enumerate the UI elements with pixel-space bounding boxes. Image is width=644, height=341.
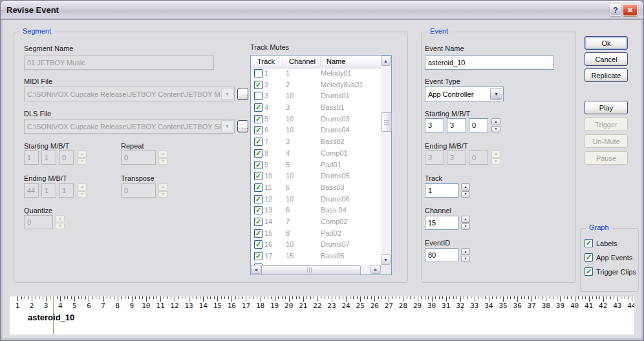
labels-checkbox[interactable]: ✓ (585, 239, 593, 247)
spin-up-icon[interactable]: ▲ (461, 216, 470, 223)
track-mutes-row[interactable]: ✓22Melody8va01 (251, 79, 381, 91)
scroll-up-button[interactable]: ▲ (381, 56, 391, 66)
spin-up-icon[interactable]: ▲ (461, 183, 470, 191)
track-mutes-row[interactable]: ✓43Bass01 (251, 102, 381, 114)
graph-app-events-option[interactable]: ✓ App Events (585, 253, 632, 262)
track-mutes-row[interactable]: ✓136Bass 04 (251, 205, 381, 216)
track-mutes-row[interactable]: ✓84Comp01 (251, 148, 381, 160)
spin-down-icon[interactable]: ▼ (461, 256, 470, 263)
spin-up-icon[interactable]: ▲ (461, 248, 470, 255)
check-icon: ✓ (255, 184, 261, 191)
track-name: Pad01 (321, 160, 341, 171)
track-mutes-row[interactable]: ✓1715Bass05 (251, 251, 381, 262)
event-name-label: Event Name (425, 45, 464, 52)
channel-number: 3 (286, 102, 290, 114)
spin-down-icon[interactable]: ▼ (461, 223, 470, 231)
track-mutes-row[interactable]: ✓158Pad02 (251, 228, 381, 240)
channel-number: 8 (286, 228, 290, 240)
track-mutes-row[interactable]: ✓116Bass03 (251, 182, 381, 194)
close-button[interactable]: ✕ (623, 4, 638, 16)
scroll-left-button[interactable]: ◄ (251, 265, 261, 274)
event-track-field[interactable] (425, 183, 458, 198)
trigger-button: Trigger (585, 118, 628, 131)
dls-browse-button[interactable]: ... (237, 120, 248, 132)
column-header-name[interactable]: Name (327, 57, 345, 65)
ok-button[interactable]: Ok (585, 36, 628, 50)
spin-up-icon[interactable]: ▲ (491, 118, 500, 125)
channel-number: 10 (286, 170, 294, 182)
track-mutes-list[interactable]: Track Channel Name ✓11Melody01✓22Melody8… (250, 55, 392, 275)
track-mutes-row[interactable]: ✓510Drums03 (251, 114, 381, 125)
track-mutes-row[interactable]: ✓610Drums04 (251, 125, 381, 136)
event-id-spinner[interactable]: ▲ ▼ (461, 248, 470, 262)
spin-up-icon: ▲ (78, 150, 87, 158)
column-header-channel[interactable]: Channel (289, 57, 316, 65)
spin-down-icon[interactable]: ▼ (491, 126, 500, 133)
timeline-event-label[interactable]: asteroid_10 (28, 313, 74, 322)
track-mutes-row[interactable]: ✓310Drums01 (251, 90, 381, 102)
track-number: 13 (264, 205, 272, 216)
graph-labels-option[interactable]: ✓ Labels (585, 239, 617, 247)
hscrollbar-thumb[interactable] (261, 265, 361, 275)
check-icon: ✓ (255, 253, 261, 260)
track-name: Melody8va01 (321, 79, 363, 91)
track-number: 15 (264, 228, 272, 240)
track-mutes-row[interactable]: ✓11Melody01 (251, 68, 381, 79)
play-button[interactable]: Play (585, 101, 628, 114)
dropdown-icon[interactable]: ▼ (490, 88, 502, 100)
event-channel-field[interactable] (425, 216, 458, 230)
segment-group-caption: Segment (20, 27, 54, 35)
channel-number: 10 (286, 90, 294, 102)
track-name: Bass 04 (321, 205, 347, 216)
column-header-track[interactable]: Track (257, 57, 275, 65)
event-track-label: Track (425, 174, 442, 182)
spin-down-icon: ▼ (78, 158, 87, 165)
track-mutes-header[interactable]: Track Channel Name (251, 56, 381, 68)
segment-end-beat-field (41, 183, 56, 198)
track-number: 14 (264, 216, 272, 228)
channel-number: 3 (286, 136, 290, 148)
scroll-down-button[interactable]: ▼ (381, 254, 391, 265)
channel-number: 5 (286, 160, 290, 171)
event-id-field[interactable] (425, 248, 458, 262)
graph-trigger-clips-option[interactable]: ✓ Trigger Clips (585, 267, 636, 276)
spin-down-icon: ▼ (158, 158, 167, 165)
replicate-button[interactable]: Replicate (585, 68, 628, 82)
track-mutes-vscrollbar[interactable]: ▲ ▼ (381, 56, 391, 265)
segment-ending-mbt-label: Ending M/B/T (24, 174, 67, 182)
track-mutes-rows: ✓11Melody01✓22Melody8va01✓310Drums01✓43B… (251, 68, 381, 265)
channel-number: 15 (286, 251, 294, 262)
segment-start-beat-field (41, 150, 56, 165)
track-mutes-row[interactable]: ✓1010Drums05 (251, 170, 381, 182)
track-name: Drums03 (321, 114, 350, 125)
cancel-button[interactable]: Cancel (585, 52, 628, 66)
event-type-combo[interactable]: App Controller ▼ (425, 87, 504, 101)
track-mutes-row[interactable]: ✓1210Drums06 (251, 194, 381, 205)
spin-up-icon: ▲ (158, 150, 167, 158)
segment-name-field (24, 56, 214, 70)
scroll-right-button[interactable]: ► (370, 265, 381, 274)
timeline-panel[interactable]: 1234567891011121314151617181920212223242… (10, 296, 634, 335)
help-button[interactable]: ? (610, 4, 621, 16)
event-start-tick-field[interactable] (469, 118, 488, 132)
titlebar[interactable]: Revise Event ? ✕ (1, 1, 643, 20)
thumb-grip-icon (384, 119, 389, 125)
event-start-spinner[interactable]: ▲ ▼ (491, 118, 500, 132)
event-track-spinner[interactable]: ▲ ▼ (461, 183, 470, 198)
event-name-field[interactable] (425, 56, 554, 70)
event-start-beat-field[interactable] (447, 118, 466, 132)
track-mutes-row[interactable]: ✓73Bass02 (251, 136, 381, 148)
check-icon: ✓ (255, 161, 261, 169)
app-events-checkbox[interactable]: ✓ (585, 253, 593, 262)
quantize-label: Quantize (24, 207, 52, 214)
track-mutes-row[interactable]: ✓95Pad01 (251, 160, 381, 171)
spin-down-icon[interactable]: ▼ (461, 191, 470, 198)
track-mutes-row[interactable]: ✓147Comp02 (251, 216, 381, 228)
event-channel-spinner[interactable]: ▲ ▼ (461, 216, 470, 230)
midi-browse-button[interactable]: ... (237, 88, 248, 100)
track-mutes-hscrollbar[interactable]: ◄ ► (251, 265, 381, 274)
trigger-clips-checkbox[interactable]: ✓ (585, 267, 593, 276)
track-mutes-row[interactable]: ✓1610Drums07 (251, 239, 381, 251)
event-start-measure-field[interactable] (425, 118, 444, 132)
vscrollbar-thumb[interactable] (381, 112, 392, 132)
